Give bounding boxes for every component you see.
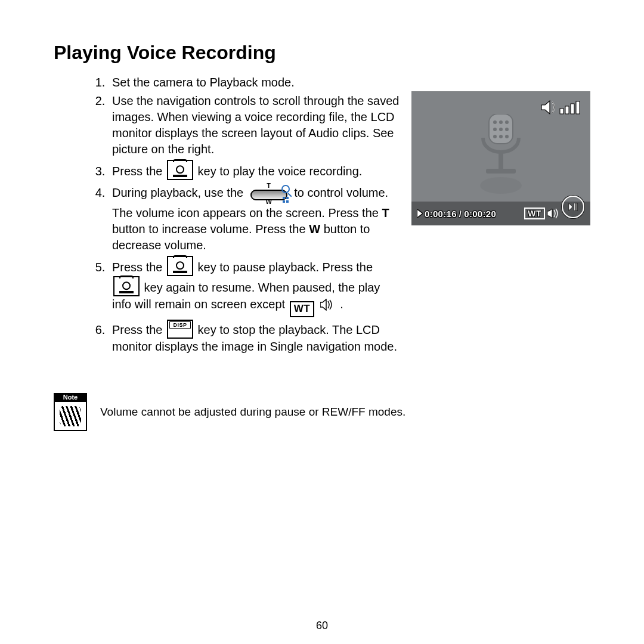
- page-title: Playing Voice Recording: [54, 42, 590, 64]
- camera-key-icon: [167, 160, 193, 180]
- svg-rect-17: [486, 169, 516, 174]
- note-row: Note Volume cannot be adjusted during pa…: [54, 393, 590, 431]
- svg-point-7: [493, 120, 497, 124]
- time-elapsed: 0:00:16: [425, 209, 457, 219]
- play-pause-icon: [562, 196, 584, 218]
- svg-rect-4: [571, 104, 574, 114]
- wt-key-icon: WT: [290, 301, 314, 317]
- paperclip-icon: [60, 406, 81, 426]
- step-1: Set the camera to Playback mode.: [109, 75, 400, 91]
- page: Playing Voice Recording Set the camera t…: [0, 0, 644, 644]
- step-1-text: Set the camera to Playback mode.: [112, 76, 295, 89]
- camera-key-icon: [113, 276, 140, 296]
- time-sep: /: [459, 209, 462, 219]
- svg-rect-5: [576, 101, 580, 114]
- speaker-icon: [320, 299, 336, 315]
- svg-point-11: [499, 128, 503, 131]
- svg-point-8: [499, 120, 503, 124]
- step-2-text: Use the navigation controls to scroll th…: [112, 94, 399, 156]
- svg-marker-1: [541, 101, 550, 114]
- step-2: Use the navigation controls to scroll th…: [109, 93, 400, 157]
- zoom-rocker-icon: T W: [249, 182, 289, 205]
- svg-marker-19: [547, 209, 552, 218]
- note-label: Note: [54, 393, 87, 402]
- svg-point-13: [493, 135, 497, 138]
- steps-column: Set the camera to Playback mode. Use the…: [54, 75, 400, 357]
- step-6: Press the DISP key to stop the playback.…: [109, 320, 400, 355]
- svg-point-15: [505, 135, 509, 138]
- lcd-preview: 0:00:16 / 0:00:20 WT: [411, 91, 590, 225]
- speaker-icon: [547, 208, 561, 219]
- w-button-label: W: [309, 222, 320, 236]
- step-4-text-d: button to increase volume. Press the: [112, 222, 309, 236]
- volume-indicator-icon: [540, 100, 582, 115]
- wt-speaker-group: WT: [524, 208, 561, 219]
- step-4-text-a: During playback, use the: [112, 186, 247, 199]
- svg-rect-22: [576, 203, 577, 211]
- step-3: Press the key to play the voice recordin…: [109, 160, 400, 180]
- steps-list: Set the camera to Playback mode. Use the…: [89, 75, 400, 355]
- time-total: 0:00:20: [464, 209, 496, 219]
- disp-key-icon: DISP: [167, 320, 193, 339]
- note-text: Volume cannot be adjusted during pause o…: [100, 405, 405, 419]
- camera-key-icon: [167, 256, 193, 276]
- svg-marker-20: [569, 203, 572, 211]
- step-5: Press the key to pause playback. Press t…: [109, 256, 400, 317]
- step-3-text-b: key to play the voice recording.: [198, 165, 363, 178]
- step-5-text-b: key to pause playback. Press the: [198, 261, 373, 274]
- t-button-label: T: [382, 206, 389, 219]
- disp-key-label: DISP: [169, 321, 191, 329]
- svg-rect-2: [560, 109, 564, 114]
- step-3-text-a: Press the: [112, 165, 162, 178]
- page-number: 60: [0, 620, 644, 632]
- svg-point-12: [505, 128, 509, 131]
- content-row: Set the camera to Playback mode. Use the…: [54, 75, 590, 357]
- svg-point-9: [505, 120, 509, 124]
- microphone-icon: [471, 114, 531, 197]
- svg-rect-16: [499, 151, 503, 169]
- step-5-text-a: Press the: [112, 261, 162, 274]
- svg-point-10: [493, 128, 497, 131]
- svg-marker-0: [320, 299, 326, 310]
- wt-indicator: WT: [524, 208, 545, 219]
- svg-point-14: [499, 135, 503, 138]
- step-5-text-d: .: [340, 298, 343, 311]
- note-icon: Note: [54, 393, 87, 431]
- svg-point-18: [480, 177, 522, 194]
- playback-time: 0:00:16 / 0:00:20: [417, 209, 496, 219]
- svg-rect-3: [565, 106, 569, 114]
- play-triangle-icon: [417, 210, 422, 217]
- svg-rect-21: [574, 203, 575, 211]
- step-4: During playback, use the T W to control …: [109, 182, 400, 253]
- step-6-text-a: Press the: [112, 323, 162, 336]
